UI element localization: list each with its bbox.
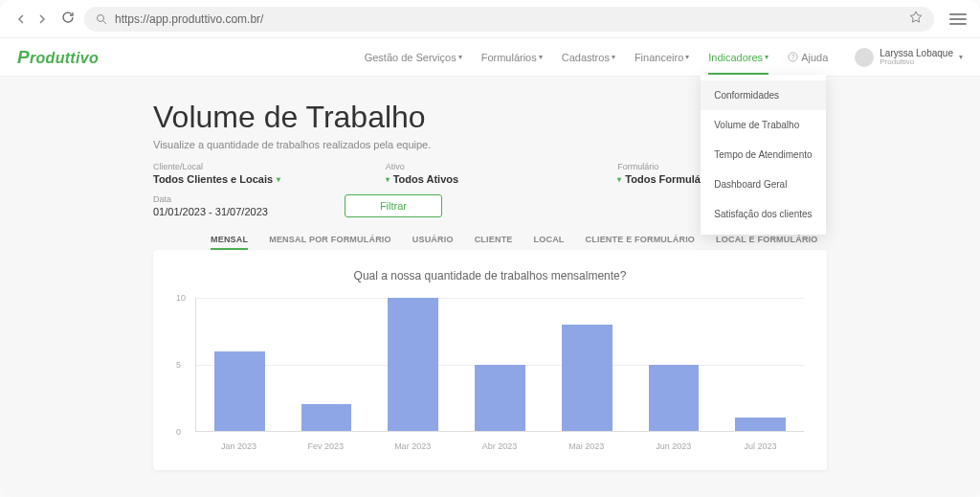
bar[interactable]	[388, 298, 438, 431]
user-org: Produttivo	[880, 58, 953, 67]
chart-card: Qual a nossa quantidade de trabalhos men…	[153, 250, 827, 470]
tab-mensal-formulario[interactable]: MENSAL POR FORMULÁRIO	[269, 235, 391, 250]
x-axis-label: Jun 2023	[630, 441, 717, 451]
dropdown-volume[interactable]: Volume de Trabalho	[701, 110, 825, 140]
chevron-down-icon: ▾	[277, 175, 280, 184]
nav-gestao[interactable]: Gestão de Serviços▾	[365, 40, 462, 75]
filter-cliente[interactable]: Todos Clientes e Locais▾	[153, 173, 363, 185]
chevron-down-icon: ▾	[959, 53, 963, 61]
filter-ativo[interactable]: ▾Todos Ativos	[386, 173, 595, 185]
reload-button[interactable]	[61, 11, 75, 28]
dropdown-satisfacao[interactable]: Satisfação dos clientes	[701, 199, 825, 229]
bar[interactable]	[649, 365, 700, 432]
x-axis-label: Mai 2023	[543, 441, 630, 451]
back-button[interactable]	[13, 11, 29, 27]
chart-tabs: MENSAL MENSAL POR FORMULÁRIO USUÁRIO CLI…	[153, 235, 827, 250]
bar[interactable]	[475, 365, 525, 432]
nav-formularios[interactable]: Formulários▾	[481, 40, 543, 75]
browser-toolbar: https://app.produttivo.com.br/	[0, 0, 980, 38]
avatar	[855, 48, 874, 67]
filter-cliente-label: Cliente/Local	[153, 162, 363, 171]
dropdown-dashboard[interactable]: Dashboard Geral	[701, 169, 825, 199]
search-icon	[96, 13, 107, 25]
bar[interactable]	[214, 351, 265, 431]
url-text: https://app.produttivo.com.br/	[115, 12, 902, 26]
x-axis-label: Jan 2023	[195, 441, 282, 451]
svg-point-0	[98, 14, 104, 21]
browser-menu-icon[interactable]	[949, 13, 967, 25]
tab-local[interactable]: LOCAL	[534, 235, 565, 250]
chevron-down-icon: ▾	[386, 175, 390, 184]
address-bar[interactable]: https://app.produttivo.com.br/	[84, 7, 934, 32]
tab-mensal[interactable]: MENSAL	[211, 235, 248, 250]
tab-cliente-formulario[interactable]: CLIENTE E FORMULÁRIO	[586, 235, 696, 250]
nav-financeiro[interactable]: Financeiro▾	[635, 40, 689, 75]
bookmark-icon[interactable]	[909, 11, 923, 27]
chart-title: Qual a nossa quantidade de trabalhos men…	[176, 269, 804, 282]
bar[interactable]	[562, 325, 612, 431]
tab-local-formulario[interactable]: LOCAL E FORMULÁRIO	[716, 235, 817, 250]
filter-button[interactable]: Filtrar	[345, 194, 442, 217]
filter-ativo-label: Ativo	[386, 162, 595, 171]
user-menu[interactable]: Laryssa Lobaque Produttivo ▾	[855, 48, 963, 67]
indicadores-dropdown: Conformidades Volume de Trabalho Tempo d…	[701, 75, 825, 235]
tab-cliente[interactable]: CLIENTE	[475, 235, 513, 250]
bar-chart: 0510Jan 2023Fev 2023Mar 2023Abr 2023Mai …	[176, 298, 804, 451]
tab-usuario[interactable]: USUÁRIO	[412, 235, 454, 250]
filter-data[interactable]: 01/01/2023 - 31/07/2023	[153, 206, 268, 217]
nav-cadastros[interactable]: Cadastros▾	[562, 40, 615, 75]
nav-help[interactable]: ? Ajuda	[788, 40, 828, 75]
x-axis-label: Fev 2023	[282, 441, 369, 451]
help-icon: ?	[788, 52, 798, 62]
dropdown-tempo[interactable]: Tempo de Atendimento	[701, 140, 825, 169]
bar[interactable]	[301, 404, 352, 431]
filter-data-label: Data	[153, 194, 268, 204]
dropdown-conformidades[interactable]: Conformidades	[701, 80, 825, 110]
svg-text:?: ?	[791, 53, 795, 61]
x-axis-label: Mar 2023	[369, 441, 457, 451]
x-axis-label: Jul 2023	[717, 441, 804, 451]
bar[interactable]	[735, 418, 786, 431]
user-name: Laryssa Lobaque	[880, 48, 953, 58]
chevron-down-icon: ▾	[617, 175, 621, 184]
x-axis-label: Abr 2023	[457, 441, 544, 451]
logo[interactable]: Produttivo	[17, 47, 99, 68]
nav-indicadores[interactable]: Indicadores▾ Conformidades Volume de Tra…	[708, 40, 768, 75]
app-navbar: Produttivo Gestão de Serviços▾ Formulári…	[0, 38, 980, 77]
forward-button[interactable]	[34, 11, 50, 27]
